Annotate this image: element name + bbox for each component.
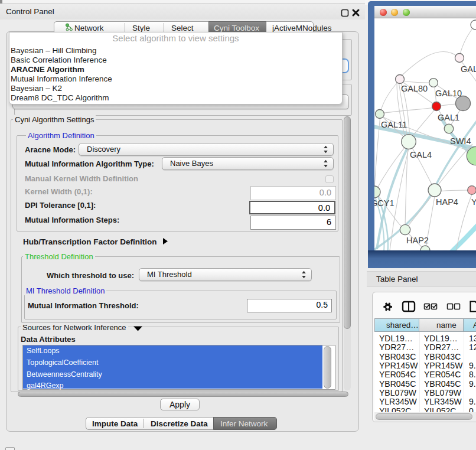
svg-text:HAP4: HAP4 (436, 197, 458, 207)
svg-text:GCY1: GCY1 (374, 198, 395, 208)
svg-text:GAL10: GAL10 (435, 89, 462, 98)
svg-text:GAL7: GAL7 (461, 64, 476, 74)
svg-text:Y: Y (471, 197, 476, 207)
svg-text:GAL11: GAL11 (381, 120, 407, 129)
svg-text:GAL80: GAL80 (401, 84, 428, 93)
svg-text:GAL1: GAL1 (438, 113, 459, 122)
svg-text:GAL4: GAL4 (410, 150, 432, 159)
svg-text:SWI4: SWI4 (450, 136, 471, 146)
svg-text:HAP2: HAP2 (406, 236, 429, 245)
